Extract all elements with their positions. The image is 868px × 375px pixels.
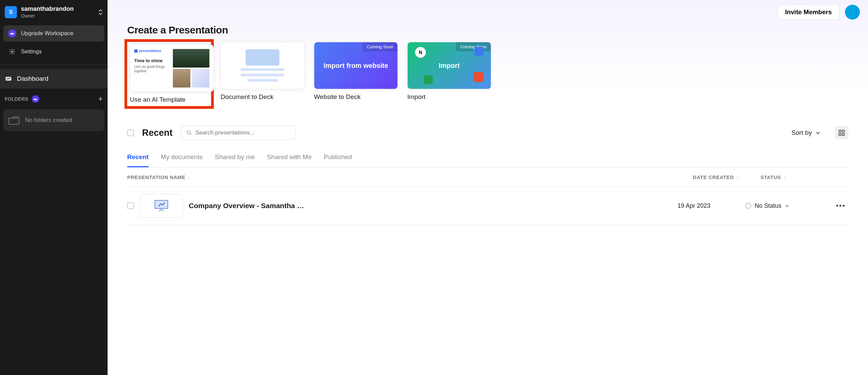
ai-template-card-wrap: presentations Time to shine Let's do gre… [127,42,211,109]
row-date: 19 Apr 2023 [678,202,745,209]
import-card-text: Import [439,62,460,70]
folders-section-header: FOLDERS + [0,89,108,109]
sort-arrow-icon[interactable]: ↓ [784,175,786,180]
powerpoint-icon [473,72,483,82]
svg-point-0 [12,51,13,53]
template-card-subtitle: Let's do great things together [134,65,170,73]
workspace-avatar: S [5,6,17,18]
crown-icon [32,95,39,103]
workspace-switcher[interactable]: S samanthabrandon Owner [0,0,108,24]
sort-arrow-icon[interactable]: ↓ [736,175,739,180]
workspace-role: Owner [21,13,74,19]
upgrade-workspace-link[interactable]: Upgrade Workspace [3,25,104,42]
chevron-updown-icon [98,9,103,16]
add-folder-button[interactable]: + [98,95,103,103]
website-to-deck-card-wrap: Coming Soon Import from website Website … [314,42,398,109]
sort-arrow-icon[interactable]: ↓ [188,175,191,180]
presentation-thumbnail [140,194,183,218]
main-content: Invite Members Create a Presentation pre… [108,0,868,375]
tab-recent[interactable]: Recent [127,149,149,167]
ai-template-label: Use an AI Template [130,96,208,103]
presentation-icon [153,199,170,212]
chevron-down-icon [785,203,790,208]
recent-header: Recent Sort by [127,126,848,140]
row-checkbox[interactable] [127,202,134,209]
divider [0,65,108,65]
recent-title: Recent [142,128,173,138]
import-card[interactable]: Coming Soon N Import [407,42,491,89]
row-status-dropdown[interactable]: No Status [745,202,833,209]
chevron-down-icon [815,130,821,135]
workspace-name: samanthabrandon [21,5,74,12]
template-thumbnails [173,49,209,88]
svg-point-2 [187,131,190,134]
template-card-title: Time to shine [134,58,170,63]
dashboard-label: Dashboard [17,75,48,82]
gear-icon [8,48,16,55]
svg-rect-6 [842,133,844,135]
svg-rect-5 [839,133,841,135]
recent-section: Recent Sort by Recent My documents Share… [108,119,868,375]
website-to-deck-card[interactable]: Coming Soon Import from website [314,42,398,89]
tab-published[interactable]: Published [324,149,352,167]
dashboard-link[interactable]: Dashboard [0,69,108,89]
table-header: PRESENTATION NAME ↓ DATE CREATED ↓ STATU… [127,168,848,187]
topbar: Invite Members [108,0,868,24]
sidebar: S samanthabrandon Owner Upgrade Workspac… [0,0,108,375]
row-title: Company Overview - Samantha … [189,202,678,210]
document-to-deck-label: Document to Deck [221,93,304,101]
invite-members-button[interactable]: Invite Members [777,5,840,20]
google-doc-icon [475,47,483,56]
svg-rect-4 [842,130,844,132]
create-cards: presentations Time to shine Let's do gre… [127,42,848,109]
website-to-deck-label: Website to Deck [314,93,398,101]
workspace-info: samanthabrandon Owner [21,5,74,19]
status-radio-icon [745,203,751,209]
presentations-logo: presentations [134,49,170,53]
col-date-label[interactable]: DATE CREATED [693,174,734,180]
folders-empty-label: No folders created [25,117,72,124]
grid-view-toggle[interactable] [835,126,848,140]
tab-shared-by-me[interactable]: Shared by me [215,149,255,167]
import-card-wrap: Coming Soon N Import Import [407,42,491,109]
tab-my-documents[interactable]: My documents [161,149,203,167]
upgrade-label: Upgrade Workspace [21,30,73,37]
create-section: Create a Presentation presentations Time… [108,24,868,119]
sort-by-dropdown[interactable]: Sort by [792,129,821,136]
settings-label: Settings [21,48,42,55]
settings-link[interactable]: Settings [3,44,104,59]
search-input[interactable] [195,129,290,136]
col-name-label[interactable]: PRESENTATION NAME [127,174,185,180]
recent-tabs: Recent My documents Shared by me Shared … [127,149,848,168]
website-card-text: Import from website [323,61,388,70]
document-placeholder-icon [241,49,284,82]
search-icon [186,130,192,136]
col-status-label[interactable]: STATUS [760,174,781,180]
search-box[interactable] [181,126,296,140]
google-sheet-icon [424,75,433,84]
coming-soon-badge: Coming Soon [363,42,397,51]
row-menu-button[interactable]: ••• [833,201,848,210]
table-row[interactable]: Company Overview - Samantha … 19 Apr 202… [127,187,848,225]
svg-rect-3 [839,130,841,132]
create-title: Create a Presentation [127,24,848,36]
user-avatar[interactable] [845,5,860,20]
row-status-label: No Status [755,202,781,209]
folders-label: FOLDERS [5,96,28,102]
ai-template-card[interactable]: presentations Time to shine Let's do gre… [130,45,214,92]
crown-icon [8,29,16,38]
dashboard-icon [5,75,12,82]
sort-by-label: Sort by [792,129,812,136]
document-to-deck-card[interactable] [221,42,304,89]
notion-icon: N [415,47,426,58]
select-all-checkbox[interactable] [127,129,134,136]
folder-icon [8,116,20,125]
import-label: Import [407,93,491,101]
tab-shared-with-me[interactable]: Shared with Me [267,149,312,167]
folders-empty-state: No folders created [3,109,104,131]
grid-icon [838,129,845,136]
document-to-deck-card-wrap: Document to Deck [221,42,304,109]
